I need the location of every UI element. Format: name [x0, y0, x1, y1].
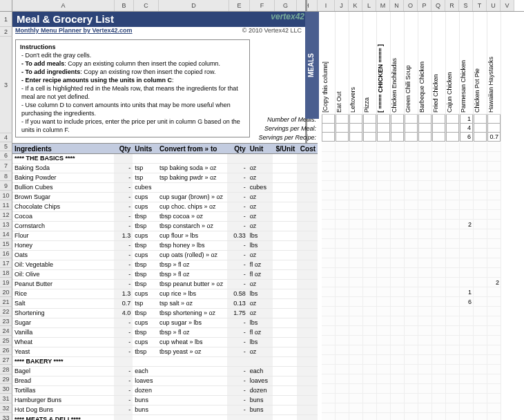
row-5[interactable]: 5	[0, 142, 12, 151]
ing-convert[interactable]	[157, 405, 227, 414]
ing-price-unit[interactable]	[273, 231, 298, 240]
grid-cell[interactable]	[405, 336, 418, 345]
grid-cell[interactable]	[474, 229, 487, 239]
col-M[interactable]: M	[376, 0, 390, 11]
grid-cell[interactable]	[377, 297, 391, 307]
grid-cell[interactable]	[349, 210, 363, 220]
grid-cell[interactable]	[405, 297, 418, 307]
grid-cell[interactable]	[363, 239, 377, 249]
grid-cell[interactable]	[391, 152, 405, 162]
grid-cell[interactable]	[460, 162, 474, 171]
grid-cell[interactable]	[377, 229, 391, 239]
grid-cell[interactable]	[363, 307, 377, 316]
ingredient-row[interactable]: Tortillas-dozen-dozen	[12, 386, 318, 396]
meal-value-cell[interactable]	[322, 115, 335, 124]
grid-cell[interactable]	[391, 171, 405, 181]
planner-link[interactable]: Monthly Menu Planner by Vertex42.com	[12, 27, 133, 37]
grid-cell[interactable]	[363, 171, 377, 181]
col-I[interactable]: I	[318, 0, 335, 11]
grid-cell[interactable]	[391, 316, 405, 326]
grid-cell[interactable]	[487, 384, 501, 394]
meal-value-cell[interactable]	[405, 115, 418, 124]
ing-price-unit[interactable]	[273, 347, 298, 356]
grid-cell[interactable]	[363, 181, 377, 191]
row-9[interactable]: 9	[0, 181, 12, 191]
meal-value-cell[interactable]	[322, 124, 335, 133]
grid-cell[interactable]	[460, 181, 474, 191]
meal-value-cell[interactable]	[432, 124, 445, 133]
grid-cell[interactable]	[336, 142, 349, 152]
grid-cell[interactable]	[446, 326, 460, 336]
ing-price-unit[interactable]	[273, 193, 298, 202]
ingredient-row[interactable]: Flour1.3cupscup flour » lbs0.33lbs	[12, 231, 318, 241]
grid-cell[interactable]	[349, 297, 363, 307]
grid-cell[interactable]	[405, 384, 418, 394]
grid-cell[interactable]	[322, 336, 336, 345]
ingredient-row[interactable]: Hot Dog Buns-buns-buns	[12, 405, 318, 415]
grid-cell[interactable]	[336, 413, 349, 420]
grid-cell[interactable]	[363, 336, 377, 345]
grid-cell[interactable]	[336, 152, 349, 162]
row-26[interactable]: 26	[0, 345, 12, 355]
col-C[interactable]: C	[134, 0, 159, 11]
meal-value-cell[interactable]: 4	[460, 124, 473, 133]
grid-cell[interactable]	[377, 181, 391, 191]
grid-cell[interactable]	[460, 307, 474, 316]
ing-convert[interactable]: cup rice » lbs	[157, 289, 227, 298]
grid-cell[interactable]	[322, 142, 336, 152]
grid-cell[interactable]	[432, 355, 446, 365]
row-11[interactable]: 11	[0, 200, 12, 210]
grid-cell[interactable]	[391, 200, 405, 210]
grid-cell[interactable]	[349, 191, 363, 200]
ing-units[interactable]: loaves	[133, 376, 157, 385]
grid-cell[interactable]	[349, 384, 363, 394]
grid-cell[interactable]	[432, 191, 446, 200]
grid-cell[interactable]	[349, 171, 363, 181]
ingredient-row[interactable]: Cocoa-tbsptbsp cocoa » oz-oz	[12, 212, 318, 222]
row-30[interactable]: 30	[0, 384, 12, 394]
grid-cell[interactable]	[391, 239, 405, 249]
ing-convert[interactable]	[157, 183, 227, 192]
grid-cell[interactable]	[446, 229, 460, 239]
ing-convert[interactable]: tbsp cocoa » oz	[157, 212, 227, 221]
ingredient-row[interactable]: Sugar-cupscup sugar » lbs-lbs	[12, 318, 318, 328]
grid-cell[interactable]	[377, 394, 391, 403]
row-33[interactable]: 33	[0, 413, 12, 420]
grid-cell[interactable]	[487, 374, 501, 384]
grid-cell[interactable]	[405, 374, 418, 384]
grid-cell[interactable]	[405, 394, 418, 403]
grid-cell[interactable]	[405, 239, 418, 249]
grid-cell[interactable]	[474, 316, 487, 326]
ingredient-row[interactable]: Baking Powder-tsptsp baking pwdr » oz-oz	[12, 173, 318, 183]
ingredient-row[interactable]: Bagel-each-each	[12, 367, 318, 376]
grid-cell[interactable]	[460, 374, 474, 384]
meal-column[interactable]: Chicken Pot Pie	[474, 12, 487, 142]
grid-cell[interactable]	[336, 239, 349, 249]
grid-cell[interactable]	[363, 258, 377, 268]
ing-convert[interactable]	[157, 415, 227, 420]
grid-cell[interactable]	[363, 326, 377, 336]
grid-cell[interactable]	[377, 384, 391, 394]
grid-cell[interactable]	[418, 171, 432, 181]
grid-cell[interactable]	[377, 336, 391, 345]
ing-price-unit[interactable]	[273, 164, 298, 173]
grid-cell[interactable]	[349, 287, 363, 297]
ing-price-unit[interactable]	[273, 202, 298, 211]
grid-cell[interactable]	[418, 200, 432, 210]
grid-cell[interactable]	[322, 403, 336, 413]
grid-cell[interactable]	[432, 220, 446, 229]
grid-cell[interactable]	[474, 200, 487, 210]
grid-cell[interactable]	[336, 345, 349, 355]
grid-cell[interactable]	[349, 162, 363, 171]
grid-cell[interactable]	[377, 307, 391, 316]
grid-cell[interactable]	[336, 171, 349, 181]
ing-price-unit[interactable]	[273, 154, 298, 163]
grid-cell[interactable]	[432, 249, 446, 258]
grid-cell[interactable]	[487, 171, 501, 181]
col-N[interactable]: N	[390, 0, 404, 11]
grid-cell[interactable]	[446, 268, 460, 278]
grid-cell[interactable]	[322, 394, 336, 403]
grid-cell[interactable]	[349, 258, 363, 268]
grid-cell[interactable]	[363, 316, 377, 326]
row-22[interactable]: 22	[0, 307, 12, 316]
